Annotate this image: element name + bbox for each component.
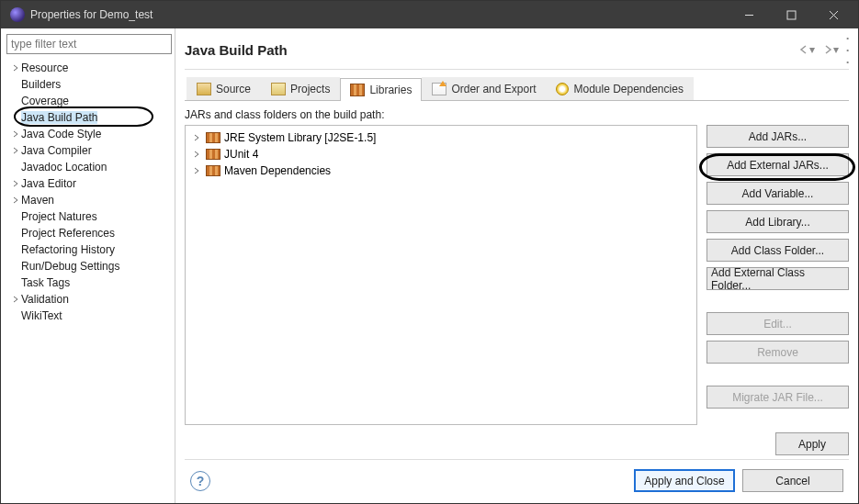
chevron-right-icon <box>10 147 21 154</box>
apply-and-close-button[interactable]: Apply and Close <box>634 469 735 492</box>
sidebar-item-java-compiler[interactable]: Java Compiler <box>6 142 171 159</box>
category-tree[interactable]: ResourceBuildersCoverageJava Build PathJ… <box>5 60 171 499</box>
sidebar-item-javadoc-location[interactable]: Javadoc Location <box>6 159 171 175</box>
cancel-button[interactable]: Cancel <box>742 469 843 492</box>
sidebar-item-java-editor[interactable]: Java Editor <box>6 175 171 192</box>
tab-libraries[interactable]: Libraries <box>340 78 422 101</box>
chevron-right-icon <box>10 180 21 187</box>
remove-button: Remove <box>706 341 849 364</box>
help-icon[interactable]: ? <box>190 471 210 491</box>
titlebar: Properties for Demo_test <box>1 1 858 28</box>
back-icon[interactable]: ▾ <box>798 43 815 56</box>
forward-icon[interactable]: ▾ <box>822 43 839 56</box>
library-icon <box>206 132 220 143</box>
filter-input[interactable] <box>6 34 172 54</box>
sidebar-item-label: Java Code Style <box>21 128 101 140</box>
tabbar: SourceProjectsLibrariesOrder and ExportM… <box>185 77 849 101</box>
tab-module-dependencies[interactable]: Module Dependencies <box>546 77 693 100</box>
sidebar-item-label: Resource <box>21 62 68 74</box>
main-panel: Java Build Path ▾ ▾ SourceProjectsLibrar… <box>175 28 858 503</box>
mod-icon <box>556 83 569 95</box>
libraries-left: JARs and class folders on the build path… <box>185 106 697 425</box>
add-variable-button[interactable]: Add Variable... <box>706 182 849 205</box>
view-menu-icon[interactable] <box>846 32 849 67</box>
apply-row: Apply <box>185 432 849 455</box>
sidebar: ResourceBuildersCoverageJava Build PathJ… <box>1 28 175 503</box>
add-external-class-folder-button[interactable]: Add External Class Folder... <box>706 267 849 290</box>
sidebar-item-label: Task Tags <box>21 276 70 289</box>
footer: ? Apply and Close Cancel <box>185 465 849 496</box>
sidebar-item-label: Java Build Path <box>21 111 97 124</box>
edit-button: Edit... <box>706 312 849 335</box>
tab-order-and-export[interactable]: Order and Export <box>422 77 546 100</box>
sidebar-item-label: Builders <box>21 78 61 91</box>
libraries-tree[interactable]: JRE System Library [J2SE-1.5]JUnit 4Mave… <box>185 125 697 425</box>
chevron-right-icon <box>193 164 202 177</box>
sidebar-item-refactoring-history[interactable]: Refactoring History <box>6 241 171 258</box>
sidebar-item-label: Refactoring History <box>21 243 115 256</box>
add-jars-button[interactable]: Add JARs... <box>706 125 849 148</box>
library-icon <box>206 165 220 176</box>
sidebar-item-run-debug-settings[interactable]: Run/Debug Settings <box>6 258 171 274</box>
sidebar-item-label: Java Editor <box>21 177 76 190</box>
close-button[interactable] <box>812 1 854 28</box>
main-header: Java Build Path ▾ ▾ <box>185 34 849 65</box>
chevron-right-icon <box>10 196 21 204</box>
sidebar-item-java-code-style[interactable]: Java Code Style <box>6 126 171 142</box>
migrate-jar-button: Migrate JAR File... <box>706 386 849 409</box>
library-label: JUnit 4 <box>224 148 258 161</box>
sidebar-item-label: Java Compiler <box>21 144 92 157</box>
svg-rect-1 <box>787 11 796 19</box>
divider <box>185 459 849 460</box>
libraries-body: JARs and class folders on the build path… <box>185 106 849 425</box>
minimize-button[interactable] <box>728 1 770 28</box>
add-library-button[interactable]: Add Library... <box>706 210 849 233</box>
sidebar-item-java-build-path[interactable]: Java Build Path <box>6 109 171 126</box>
prj-icon <box>271 83 286 95</box>
sidebar-item-task-tags[interactable]: Task Tags <box>6 274 171 291</box>
sidebar-item-label: Run/Debug Settings <box>21 260 119 273</box>
eclipse-icon <box>10 7 25 22</box>
maximize-button[interactable] <box>770 1 812 28</box>
chevron-right-icon <box>193 131 202 144</box>
sidebar-item-coverage[interactable]: Coverage <box>6 93 171 109</box>
properties-dialog: Properties for Demo_test ResourceBuilder… <box>0 0 859 504</box>
libraries-label: JARs and class folders on the build path… <box>185 108 697 121</box>
sidebar-item-label: Validation <box>21 293 69 306</box>
sidebar-item-wikitext[interactable]: WikiText <box>6 308 171 324</box>
sidebar-item-project-natures[interactable]: Project Natures <box>6 208 171 225</box>
sidebar-item-label: Maven <box>21 194 54 207</box>
tab-source[interactable]: Source <box>186 77 261 100</box>
sidebar-item-builders[interactable]: Builders <box>6 76 171 93</box>
library-label: Maven Dependencies <box>224 164 331 177</box>
page-title: Java Build Path <box>185 42 798 58</box>
tab-label: Projects <box>290 83 330 95</box>
sidebar-item-label: Project Natures <box>21 210 97 223</box>
add-class-folder-button[interactable]: Add Class Folder... <box>706 239 849 262</box>
sidebar-item-validation[interactable]: Validation <box>6 291 171 308</box>
library-entry[interactable]: JRE System Library [J2SE-1.5] <box>187 129 695 146</box>
chevron-right-icon <box>10 64 21 72</box>
sidebar-item-label: WikiText <box>21 309 62 322</box>
sidebar-item-label: Project References <box>21 227 115 240</box>
chevron-right-icon <box>10 130 21 138</box>
apply-button[interactable]: Apply <box>775 432 849 455</box>
sidebar-item-maven[interactable]: Maven <box>6 192 171 208</box>
tab-projects[interactable]: Projects <box>261 77 340 100</box>
library-entry[interactable]: JUnit 4 <box>187 146 695 162</box>
add-external-jars-button[interactable]: Add External JARs... <box>706 153 849 176</box>
sidebar-item-label: Javadoc Location <box>21 161 107 174</box>
tab-label: Module Dependencies <box>573 83 683 95</box>
library-entry[interactable]: Maven Dependencies <box>187 162 695 179</box>
sidebar-item-label: Coverage <box>21 95 69 107</box>
window-title: Properties for Demo_test <box>30 8 153 21</box>
ord-icon <box>432 83 446 95</box>
lib-icon <box>350 84 365 96</box>
sidebar-item-resource[interactable]: Resource <box>6 60 171 76</box>
chevron-right-icon <box>193 148 202 161</box>
divider <box>185 69 849 70</box>
libraries-buttons: Add JARs... Add External JARs... Add Var… <box>706 106 849 425</box>
sidebar-item-project-references[interactable]: Project References <box>6 225 171 241</box>
library-icon <box>206 149 220 160</box>
tab-label: Source <box>216 83 251 95</box>
